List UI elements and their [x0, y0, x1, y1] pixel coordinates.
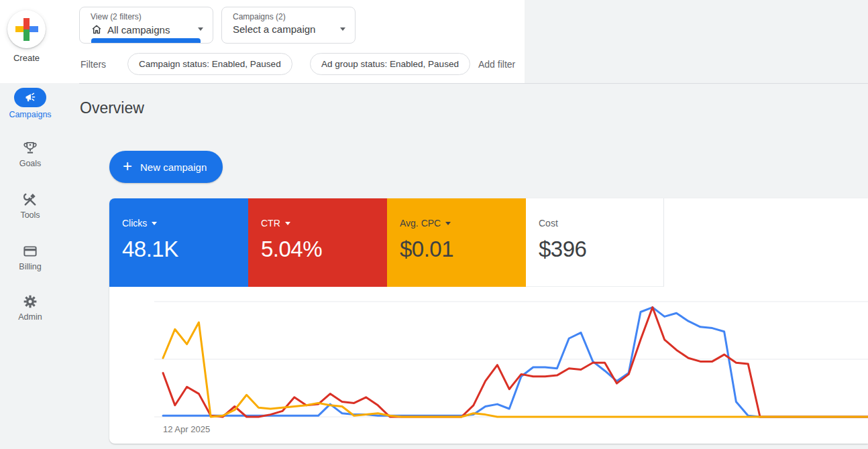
tools-icon: [22, 192, 38, 208]
scorecard-value: 5.04%: [261, 237, 387, 262]
chevron-down-icon: [445, 222, 451, 225]
google-plus-icon: [15, 18, 38, 41]
scorecard-ctr[interactable]: CTR 5.04%: [248, 198, 387, 287]
create-button-label: Create: [0, 53, 53, 63]
chart-series-avg-cpc: [163, 322, 868, 417]
campaign-selector-dropdown[interactable]: Campaigns (2) Select a campaign: [221, 7, 356, 44]
page-title: Overview: [80, 99, 144, 117]
megaphone-icon: [23, 91, 37, 105]
filter-chip-ad-group-status[interactable]: Ad group status: Enabled, Paused: [310, 53, 470, 75]
scorecard-value: 48.1K: [122, 237, 248, 262]
scorecard-label: CTR: [261, 218, 280, 229]
filter-chip-campaign-status[interactable]: Campaign status: Enabled, Paused: [127, 53, 292, 75]
sidebar-item-label: Billing: [0, 262, 60, 271]
filters-label: Filters: [80, 59, 106, 70]
view-selector-value: All campaigns: [107, 24, 170, 36]
sidebar-item-label: Campaigns: [0, 110, 60, 119]
plus-icon: +: [123, 158, 132, 174]
header-divider: [79, 83, 868, 84]
chevron-down-icon: [152, 222, 157, 225]
scorecard-value: $396: [539, 237, 663, 262]
view-selector-label: View (2 filters): [91, 12, 203, 22]
chart-series-clicks: [163, 308, 868, 417]
overview-chart-card: Clicks 48.1K CTR 5.04% Avg. CPC $0.01 Co…: [109, 198, 868, 444]
scorecard-clicks[interactable]: Clicks 48.1K: [109, 198, 248, 287]
add-filter-button[interactable]: Add filter: [478, 59, 515, 70]
home-icon: [91, 23, 103, 36]
campaigns-active-pill: [14, 88, 46, 107]
new-campaign-label: New campaign: [140, 162, 207, 173]
view-selector-dropdown[interactable]: View (2 filters) All campaigns: [79, 7, 213, 44]
gear-icon: [22, 294, 38, 310]
chevron-down-icon: [340, 27, 345, 31]
trophy-icon: [22, 140, 38, 156]
campaign-selector-value: Select a campaign: [233, 23, 315, 35]
scorecard-avg-cpc[interactable]: Avg. CPC $0.01: [387, 198, 526, 287]
sidebar-item-goals[interactable]: Goals: [0, 140, 60, 168]
campaign-selector-label: Campaigns (2): [233, 12, 345, 22]
sidebar-item-campaigns[interactable]: Campaigns: [0, 88, 60, 119]
scorecard-row: Clicks 48.1K CTR 5.04% Avg. CPC $0.01 Co…: [109, 198, 868, 287]
sidebar-item-admin[interactable]: Admin: [0, 294, 60, 322]
scorecard-label: Avg. CPC: [400, 218, 441, 229]
chart-series-ctr: [163, 308, 868, 417]
create-button[interactable]: [7, 10, 46, 48]
performance-line-chart[interactable]: [154, 295, 868, 426]
credit-card-icon: [22, 243, 38, 259]
scorecard-cost: Cost $396: [526, 198, 664, 287]
sidebar-item-label: Tools: [0, 210, 60, 220]
chevron-down-icon: [198, 27, 203, 31]
sidebar-item-label: Admin: [0, 312, 60, 322]
sidebar-item-billing[interactable]: Billing: [0, 243, 60, 271]
scorecard-label: Cost: [539, 218, 558, 229]
sidebar-item-tools[interactable]: Tools: [0, 192, 60, 220]
google-ads-overview-page: { "sidebar": { "create_label": "Create",…: [0, 0, 868, 449]
scorecard-value: $0.01: [400, 237, 526, 262]
x-axis-first-tick: 12 Apr 2025: [163, 424, 210, 434]
view-selector-active-underline: [91, 38, 201, 43]
chevron-down-icon: [285, 222, 290, 225]
sidebar-item-label: Goals: [0, 159, 60, 168]
scorecard-label: Clicks: [122, 218, 147, 229]
new-campaign-button[interactable]: + New campaign: [109, 151, 223, 183]
